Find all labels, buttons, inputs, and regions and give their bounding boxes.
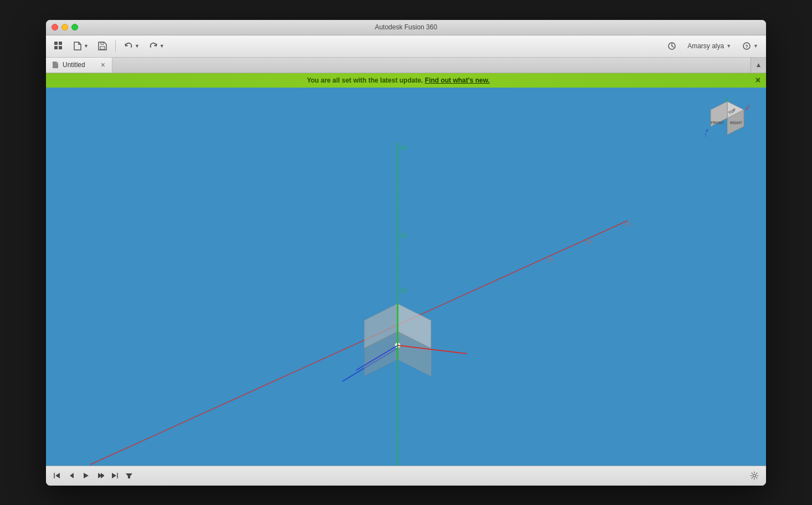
svg-rect-4 <box>100 47 105 49</box>
minimize-button[interactable] <box>61 24 68 30</box>
window-controls <box>52 24 78 30</box>
svg-line-65 <box>706 129 708 132</box>
filter-button[interactable] <box>122 470 136 482</box>
svg-rect-9 <box>46 88 766 466</box>
svg-text:FRONT: FRONT <box>711 121 724 125</box>
svg-marker-77 <box>126 473 132 478</box>
tab-title: Untitled <box>63 61 85 69</box>
svg-text:25: 25 <box>644 216 650 222</box>
notification-text: You are all set with the latest update. <box>307 76 423 84</box>
file-icon <box>73 41 83 51</box>
svg-text:25: 25 <box>547 257 553 263</box>
history-icon <box>667 42 676 50</box>
user-label: Amarsy alya <box>687 42 724 50</box>
svg-text:RIGHT: RIGHT <box>730 121 743 125</box>
undo-button[interactable]: ▼ <box>120 39 143 53</box>
main-toolbar: ▼ ▼ ▼ <box>46 35 766 58</box>
undo-icon <box>124 41 133 51</box>
play-button[interactable] <box>79 470 92 482</box>
viewport-grid: 25 25 25 25 25 25 25 25 <box>46 88 766 466</box>
notification-link[interactable]: Find out what's new. <box>425 76 490 84</box>
svg-text:25: 25 <box>400 145 407 151</box>
prev-frame-icon <box>68 472 75 480</box>
tab-bar: Untitled × ▲ <box>46 58 766 73</box>
svg-text:25: 25 <box>400 233 407 238</box>
bottom-toolbar <box>46 466 766 486</box>
title-bar: Autodesk Fusion 360 <box>46 20 766 35</box>
svg-text:25: 25 <box>625 222 631 227</box>
file-dropdown-arrow: ▼ <box>84 43 89 49</box>
history-button[interactable] <box>664 39 680 53</box>
view-cube-svg: TOP FRONT RIGHT Y Z X <box>705 99 749 143</box>
view-cube[interactable]: TOP FRONT RIGHT Y Z X <box>705 99 749 143</box>
notification-banner: You are all set with the latest update. … <box>46 73 766 88</box>
save-button[interactable] <box>94 39 111 53</box>
tab-scroll-button[interactable]: ▲ <box>751 58 766 73</box>
svg-marker-71 <box>70 473 74 478</box>
tab-close-button[interactable]: × <box>100 61 106 69</box>
svg-text:X: X <box>748 103 749 108</box>
svg-marker-72 <box>84 473 89 478</box>
filter-icon <box>125 472 133 480</box>
svg-rect-0 <box>54 42 58 45</box>
svg-point-78 <box>753 475 756 477</box>
redo-icon <box>148 41 158 51</box>
file-button[interactable]: ▼ <box>69 39 92 53</box>
svg-text:25: 25 <box>586 239 592 245</box>
save-icon <box>97 41 107 51</box>
help-dropdown-arrow: ▼ <box>753 43 758 49</box>
go-to-start-button[interactable] <box>50 470 64 482</box>
next-frame-button[interactable] <box>94 470 107 482</box>
go-start-icon <box>53 472 61 480</box>
user-dropdown-arrow: ▼ <box>726 43 731 49</box>
play-icon <box>82 472 90 480</box>
go-to-end-button[interactable] <box>108 470 121 482</box>
help-button[interactable]: ? ▼ <box>739 39 762 53</box>
redo-dropdown-arrow: ▼ <box>160 43 165 49</box>
svg-marker-76 <box>112 473 116 478</box>
go-end-icon <box>111 472 119 480</box>
bottom-right <box>747 469 762 482</box>
toolbar-right: Amarsy alya ▼ ? ▼ <box>664 39 762 53</box>
svg-text:25: 25 <box>400 288 407 294</box>
grid-icon <box>54 41 64 51</box>
redo-button[interactable]: ▼ <box>145 39 168 53</box>
main-window: Autodesk Fusion 360 ▼ <box>46 20 766 486</box>
grid-button[interactable] <box>50 39 67 53</box>
svg-rect-3 <box>59 46 62 49</box>
user-button[interactable]: Amarsy alya ▼ <box>684 40 734 52</box>
3d-viewport[interactable]: 25 25 25 25 25 25 25 25 <box>46 88 766 466</box>
svg-text:?: ? <box>745 44 748 49</box>
toolbar-separator-1 <box>115 40 116 52</box>
settings-gear-button[interactable] <box>747 469 762 482</box>
svg-text:Z: Z <box>705 132 707 137</box>
settings-gear-icon <box>750 471 759 480</box>
help-icon: ? <box>742 42 751 50</box>
svg-text:25: 25 <box>683 180 689 186</box>
svg-marker-74 <box>101 473 104 478</box>
tab-icon <box>52 61 59 69</box>
next-frame-icon <box>96 472 104 480</box>
document-tab[interactable]: Untitled × <box>46 58 112 73</box>
svg-rect-1 <box>59 42 62 45</box>
maximize-button[interactable] <box>71 24 78 30</box>
notification-close-button[interactable]: × <box>756 76 760 85</box>
window-title: Autodesk Fusion 360 <box>375 23 438 31</box>
previous-frame-button[interactable] <box>65 470 78 482</box>
svg-rect-2 <box>54 46 58 49</box>
close-button[interactable] <box>52 24 58 30</box>
undo-dropdown-arrow: ▼ <box>135 43 140 49</box>
svg-marker-70 <box>55 473 60 478</box>
